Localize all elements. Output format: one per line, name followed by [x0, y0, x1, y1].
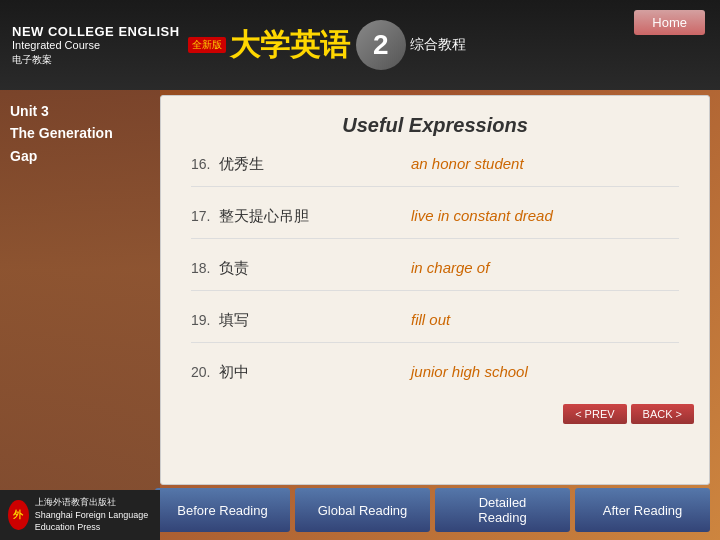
table-row: 17. 整天提心吊胆live in constant dread	[191, 207, 679, 239]
content-title: Useful Expressions	[191, 114, 679, 137]
tab-before-reading[interactable]: Before Reading	[155, 488, 290, 532]
expr-number: 16.	[191, 156, 210, 172]
tab-after-reading[interactable]: After Reading	[575, 488, 710, 532]
unit-label: Unit 3 The Generation Gap	[10, 100, 160, 167]
publisher-logo: 外	[8, 500, 29, 530]
expressions-list: 16. 优秀生an honor student17. 整天提心吊胆live in…	[191, 155, 679, 394]
expr-cn-text: 初中	[214, 363, 248, 380]
expr-chinese: 16. 优秀生	[191, 155, 411, 174]
electronic-label: 电子教案	[12, 53, 180, 67]
new-college-label: NEW COLLEGE ENGLISH	[12, 24, 180, 39]
big-title: 大学英语	[230, 30, 350, 60]
expr-english: fill out	[411, 311, 679, 328]
expr-number: 18.	[191, 260, 210, 276]
expr-chinese: 17. 整天提心吊胆	[191, 207, 411, 226]
table-row: 19. 填写fill out	[191, 311, 679, 343]
home-button[interactable]: Home	[634, 10, 705, 35]
pub-line1: 上海外语教育出版社	[35, 496, 160, 509]
publisher-area: 外 上海外语教育出版社 Shanghai Foreign Language Ed…	[0, 490, 160, 540]
expr-cn-text: 填写	[214, 311, 248, 328]
expr-chinese: 20. 初中	[191, 363, 411, 382]
expr-cn-text: 整天提心吊胆	[214, 207, 308, 224]
bottom-tabs: Before Reading Global Reading Detailed R…	[155, 488, 710, 532]
expr-english: live in constant dread	[411, 207, 679, 224]
tab-detailed-reading[interactable]: Detailed Reading	[435, 488, 570, 532]
unit-title2: Gap	[10, 145, 160, 167]
prev-button[interactable]: < PREV	[563, 404, 626, 424]
integrated-label: Integrated Course	[12, 39, 180, 51]
expr-english: an honor student	[411, 155, 679, 172]
prev-back-nav: < PREV BACK >	[563, 404, 694, 424]
expr-chinese: 19. 填写	[191, 311, 411, 330]
tab-global-reading[interactable]: Global Reading	[295, 488, 430, 532]
unit-title1: The Generation	[10, 122, 160, 144]
unit-number: Unit 3	[10, 100, 160, 122]
number-circle: 2	[356, 20, 406, 70]
publisher-text: 上海外语教育出版社 Shanghai Foreign Language Educ…	[35, 496, 160, 534]
left-panel: Unit 3 The Generation Gap	[10, 100, 160, 167]
back-button[interactable]: BACK >	[631, 404, 694, 424]
table-row: 20. 初中junior high school	[191, 363, 679, 394]
header-bar: NEW COLLEGE ENGLISH Integrated Course 电子…	[0, 0, 720, 90]
table-row: 18. 负责in charge of	[191, 259, 679, 291]
expr-number: 19.	[191, 312, 210, 328]
expr-number: 20.	[191, 364, 210, 380]
title-area: 全新版 大学英语 2 综合教程	[188, 20, 466, 70]
expr-number: 17.	[191, 208, 210, 224]
expr-english: junior high school	[411, 363, 679, 380]
table-row: 16. 优秀生an honor student	[191, 155, 679, 187]
xin-ban-badge: 全新版	[188, 37, 226, 53]
expr-cn-text: 负责	[214, 259, 248, 276]
expr-chinese: 18. 负责	[191, 259, 411, 278]
pub-line2: Shanghai Foreign Language Education Pres…	[35, 509, 160, 534]
logo-area: NEW COLLEGE ENGLISH Integrated Course 电子…	[12, 24, 180, 67]
subtitle-cn: 综合教程	[410, 36, 466, 54]
expr-cn-text: 优秀生	[214, 155, 263, 172]
expr-english: in charge of	[411, 259, 679, 276]
main-content-area: Useful Expressions 16. 优秀生an honor stude…	[160, 95, 710, 485]
